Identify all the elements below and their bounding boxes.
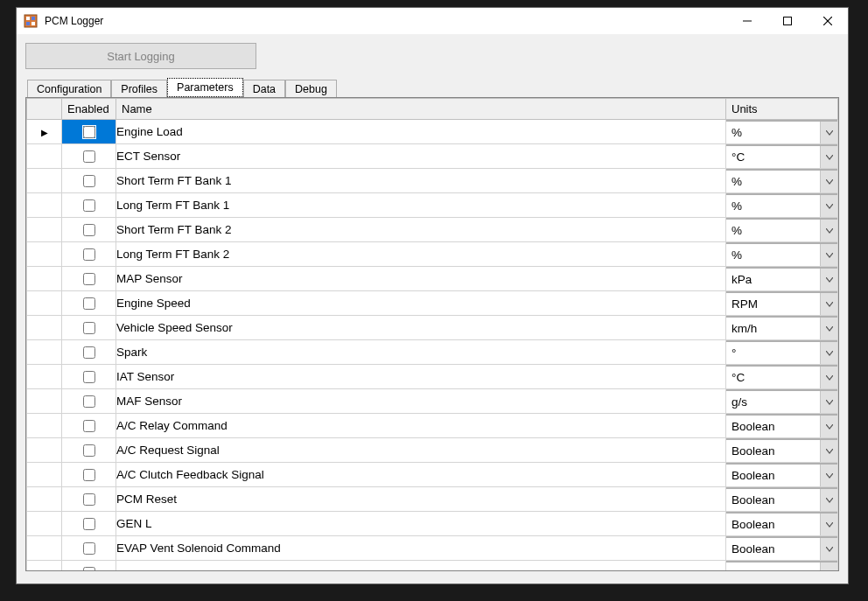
units-cell[interactable]: % <box>726 218 838 242</box>
tab-profiles[interactable]: Profiles <box>111 80 167 98</box>
row-selector[interactable] <box>27 389 62 414</box>
name-cell[interactable]: EVAP Vent Solenoid Command <box>116 536 726 561</box>
chevron-down-icon[interactable] <box>820 563 837 570</box>
units-cell[interactable]: °C <box>726 144 838 169</box>
table-row[interactable]: A/C Request SignalBoolean <box>27 438 838 463</box>
name-cell[interactable] <box>116 561 726 571</box>
row-selector[interactable] <box>27 561 62 571</box>
enabled-cell[interactable] <box>62 169 116 193</box>
tab-configuration[interactable]: Configuration <box>27 80 111 98</box>
enabled-cell[interactable] <box>62 512 116 536</box>
column-header-name[interactable]: Name <box>116 99 726 120</box>
table-row[interactable]: Engine SpeedRPM <box>27 291 838 316</box>
enabled-cell[interactable] <box>62 438 116 463</box>
chevron-down-icon[interactable] <box>820 465 837 486</box>
start-logging-button[interactable]: Start Logging <box>25 43 256 69</box>
enabled-checkbox[interactable] <box>83 444 95 457</box>
units-cell[interactable]: °C <box>726 365 838 389</box>
enabled-cell[interactable] <box>62 561 116 571</box>
units-cell[interactable]: RPM <box>726 291 838 316</box>
row-selector[interactable] <box>27 291 62 316</box>
enabled-cell[interactable] <box>62 365 116 389</box>
enabled-checkbox[interactable] <box>83 273 95 285</box>
units-cell[interactable]: Boolean <box>726 512 838 536</box>
table-row[interactable]: GEN LBoolean <box>27 512 838 536</box>
enabled-checkbox[interactable] <box>83 567 95 570</box>
enabled-checkbox[interactable] <box>83 175 95 187</box>
table-row[interactable]: Vehicle Speed Sensorkm/h <box>27 316 838 340</box>
table-row[interactable]: Short Term FT Bank 2% <box>27 218 838 242</box>
table-row[interactable]: A/C Relay CommandBoolean <box>27 414 838 438</box>
row-selector[interactable] <box>27 193 62 218</box>
chevron-down-icon[interactable] <box>820 440 837 462</box>
enabled-checkbox[interactable] <box>83 542 95 555</box>
chevron-down-icon[interactable] <box>820 220 837 241</box>
enabled-checkbox[interactable] <box>83 493 95 506</box>
row-selector[interactable] <box>27 144 62 169</box>
table-row[interactable]: MAP SensorkPa <box>27 267 838 291</box>
name-cell[interactable]: Engine Load <box>116 120 726 144</box>
enabled-cell[interactable] <box>62 463 116 487</box>
chevron-down-icon[interactable] <box>820 269 837 290</box>
table-row[interactable]: Spark° <box>27 340 838 365</box>
chevron-down-icon[interactable] <box>820 416 837 437</box>
name-cell[interactable]: IAT Sensor <box>116 365 726 389</box>
table-row[interactable]: PCM ResetBoolean <box>27 487 838 512</box>
enabled-cell[interactable] <box>62 144 116 169</box>
enabled-cell[interactable] <box>62 316 116 340</box>
row-selector[interactable] <box>27 267 62 291</box>
enabled-checkbox[interactable] <box>83 224 95 236</box>
enabled-cell[interactable] <box>62 389 116 414</box>
enabled-checkbox[interactable] <box>83 297 95 310</box>
row-selector[interactable] <box>27 169 62 193</box>
units-cell[interactable]: kPa <box>726 267 838 291</box>
chevron-down-icon[interactable] <box>820 195 837 217</box>
chevron-down-icon[interactable] <box>820 293 837 315</box>
column-header-selector[interactable] <box>27 99 62 120</box>
units-cell[interactable]: Boolean <box>726 487 838 512</box>
chevron-down-icon[interactable] <box>820 122 837 143</box>
enabled-checkbox[interactable] <box>83 469 95 481</box>
name-cell[interactable]: Spark <box>116 340 726 365</box>
enabled-cell[interactable] <box>62 340 116 365</box>
chevron-down-icon[interactable] <box>820 146 837 168</box>
row-selector[interactable] <box>27 536 62 561</box>
row-selector[interactable] <box>27 414 62 438</box>
close-button[interactable] <box>808 8 848 34</box>
name-cell[interactable]: Short Term FT Bank 2 <box>116 218 726 242</box>
row-selector[interactable] <box>27 120 62 144</box>
row-selector[interactable] <box>27 316 62 340</box>
table-row[interactable]: IAT Sensor°C <box>27 365 838 389</box>
enabled-checkbox[interactable] <box>83 248 95 261</box>
enabled-checkbox[interactable] <box>83 346 95 359</box>
enabled-cell[interactable] <box>62 536 116 561</box>
chevron-down-icon[interactable] <box>820 489 837 511</box>
table-row[interactable]: EVAP Vent Solenoid CommandBoolean <box>27 536 838 561</box>
units-cell[interactable]: km/h <box>726 316 838 340</box>
units-cell[interactable]: ° <box>726 340 838 365</box>
table-row[interactable]: Long Term FT Bank 2% <box>27 242 838 267</box>
table-row[interactable]: ECT Sensor°C <box>27 144 838 169</box>
enabled-checkbox[interactable] <box>83 518 95 530</box>
enabled-cell[interactable] <box>62 120 116 144</box>
units-cell[interactable]: Boolean <box>726 414 838 438</box>
name-cell[interactable]: Long Term FT Bank 2 <box>116 242 726 267</box>
enabled-checkbox[interactable] <box>83 199 95 212</box>
row-selector[interactable] <box>27 438 62 463</box>
maximize-button[interactable] <box>767 8 808 34</box>
enabled-cell[interactable] <box>62 487 116 512</box>
titlebar[interactable]: PCM Logger <box>17 8 848 34</box>
name-cell[interactable]: Long Term FT Bank 1 <box>116 193 726 218</box>
chevron-down-icon[interactable] <box>820 342 837 364</box>
row-selector[interactable] <box>27 487 62 512</box>
enabled-cell[interactable] <box>62 414 116 438</box>
units-cell[interactable]: Boolean <box>726 463 838 487</box>
row-selector[interactable] <box>27 218 62 242</box>
enabled-cell[interactable] <box>62 291 116 316</box>
table-row[interactable] <box>27 561 838 571</box>
table-row[interactable]: Long Term FT Bank 1% <box>27 193 838 218</box>
table-row[interactable]: Engine Load% <box>27 120 838 144</box>
units-cell[interactable]: Boolean <box>726 536 838 561</box>
row-selector[interactable] <box>27 463 62 487</box>
column-header-enabled[interactable]: Enabled <box>62 99 116 120</box>
